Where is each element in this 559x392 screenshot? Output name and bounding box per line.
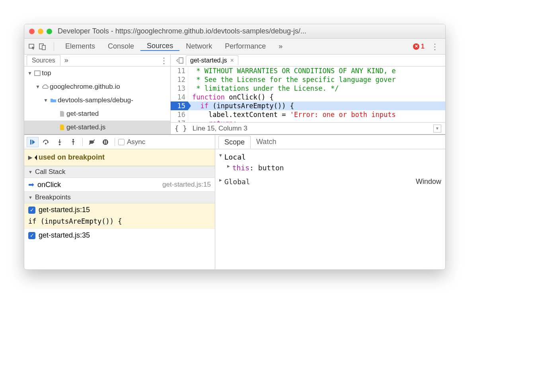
tree-folder[interactable]: ▼ devtools-samples/debug-: [24, 94, 170, 107]
scope-local[interactable]: ▼ Local: [219, 152, 441, 162]
navigator-tabs: Sources » ⋮: [24, 55, 170, 66]
code-line: label.textContent = 'Error: one or both …: [188, 110, 445, 119]
devtools-window: Developer Tools - https://googlechrome.g…: [24, 24, 446, 270]
line-num: 16: [171, 110, 188, 119]
minimize-window-icon[interactable]: [38, 29, 43, 34]
error-icon: ✕: [413, 43, 419, 50]
navigator-panel: Sources » ⋮ ▼ top ▼ googlechrome.github.…: [24, 55, 171, 134]
tab-elements[interactable]: Elements: [59, 42, 101, 51]
file-tab-active[interactable]: get-started.js ×: [186, 55, 238, 65]
async-label: Async: [127, 138, 145, 146]
paused-banner[interactable]: ▶ used on breakpoint: [24, 149, 215, 166]
dropdown-icon[interactable]: ▼: [433, 125, 441, 133]
cursor-position: Line 15, Column 3: [193, 125, 247, 133]
breakpoint-item[interactable]: ✓ get-started.js:15: [24, 203, 215, 216]
debugger-toolbar: Async: [24, 135, 215, 149]
collapse-icon: ▼: [219, 153, 222, 161]
inspect-icon[interactable]: [28, 43, 36, 51]
svg-rect-4: [179, 58, 183, 63]
body: Sources » ⋮ ▼ top ▼ googlechrome.github.…: [24, 55, 445, 134]
tabs-overflow[interactable]: »: [272, 42, 289, 51]
folder-icon: [49, 98, 58, 103]
breakpoint-checkbox[interactable]: ✓: [28, 207, 35, 214]
callstack-frame[interactable]: ➡ onClick get-started.js:15: [24, 178, 215, 191]
callstack-header[interactable]: ▼ Call Stack: [24, 166, 215, 178]
code-line: * See the License for the specific langu…: [188, 75, 445, 84]
deactivate-breakpoints-button[interactable]: [86, 137, 98, 147]
svg-point-6: [45, 143, 47, 144]
scope-this-val: : button: [249, 164, 284, 172]
tab-watch[interactable]: Watch: [251, 136, 282, 148]
code-line: * limitations under the License. */: [188, 84, 445, 93]
maximize-window-icon[interactable]: [47, 29, 52, 34]
tree-top-label: top: [42, 69, 51, 77]
breakpoint-label: get-started.js:15: [39, 206, 90, 214]
callstack-title: Call Stack: [35, 168, 66, 176]
close-tab-icon[interactable]: ×: [230, 57, 234, 64]
tab-performance[interactable]: Performance: [218, 42, 272, 51]
svg-point-10: [103, 139, 108, 145]
expand-icon: ▶: [219, 177, 222, 186]
menu-icon[interactable]: ⋮: [429, 42, 441, 51]
step-out-button[interactable]: [67, 137, 79, 147]
breakpoints-header[interactable]: ▼ Breakpoints: [24, 191, 215, 203]
code-line: function onClick() {: [188, 93, 445, 101]
checkbox-icon[interactable]: [118, 139, 125, 145]
file-tab-label: get-started.js: [190, 57, 227, 64]
line-num-breakpoint[interactable]: 15: [171, 101, 188, 110]
code-line-current: if (inputsAreEmpty()) {: [188, 101, 445, 110]
line-num: 13: [171, 84, 188, 93]
tree-file-js[interactable]: get-started.js: [24, 121, 170, 134]
scope-global-label: Global: [224, 177, 250, 186]
file-icon: [58, 111, 66, 117]
debugger-left: Async ▶ used on breakpoint ▼ Call Stack …: [24, 135, 215, 269]
line-num: 12: [171, 75, 188, 84]
breakpoint-label: get-started.js:35: [39, 231, 90, 240]
device-toggle-icon[interactable]: [39, 43, 47, 51]
debugger-pane: Async ▶ used on breakpoint ▼ Call Stack …: [24, 134, 445, 269]
traffic-lights: [29, 29, 52, 34]
breakpoint-code: if (inputsAreEmpty()) {: [24, 216, 215, 229]
scope-global[interactable]: ▶ Global Window: [219, 176, 441, 187]
tree-domain[interactable]: ▼ googlechrome.github.io: [24, 80, 170, 94]
editor-panel: get-started.js × 11 12 13 14 15 16 17 * …: [171, 55, 445, 134]
file-tree: ▼ top ▼ googlechrome.github.io ▼ devtool…: [24, 66, 170, 134]
error-badge[interactable]: ✕ 1: [413, 43, 425, 50]
scope-this[interactable]: ▶ this: button: [219, 162, 441, 173]
collapse-icon: ▼: [28, 195, 33, 200]
tree-file-html[interactable]: get-started: [24, 107, 170, 121]
tree-top[interactable]: ▼ top: [24, 66, 170, 80]
tree-domain-label: googlechrome.github.io: [50, 83, 120, 91]
line-num: 14: [171, 93, 188, 101]
gutter[interactable]: 11 12 13 14 15 16 17: [171, 66, 188, 122]
close-window-icon[interactable]: [29, 29, 35, 34]
tab-console[interactable]: Console: [101, 42, 140, 51]
navigator-tab-sources[interactable]: Sources: [27, 55, 60, 66]
breakpoint-item[interactable]: ✓ get-started.js:35: [24, 229, 215, 242]
code-editor[interactable]: 11 12 13 14 15 16 17 * WITHOUT WARRANTIE…: [171, 66, 445, 122]
nav-back-icon[interactable]: [173, 57, 186, 64]
titlebar: Developer Tools - https://googlechrome.g…: [24, 24, 445, 39]
resume-button[interactable]: [27, 137, 39, 147]
debugger-right: Scope Watch ▼ Local ▶ this: button ▶ Glo…: [215, 135, 445, 269]
svg-rect-12: [106, 140, 107, 144]
breakpoints-title: Breakpoints: [35, 193, 71, 201]
code-line: return;: [188, 119, 445, 122]
current-frame-icon: ➡: [28, 180, 34, 189]
tab-scope[interactable]: Scope: [218, 136, 251, 148]
pretty-print-icon[interactable]: { }: [175, 125, 187, 133]
tree-file-html-label: get-started: [66, 110, 99, 118]
navigator-tabs-overflow[interactable]: »: [60, 56, 72, 64]
navigator-menu-icon[interactable]: ⋮: [158, 56, 170, 65]
frame-icon: [33, 70, 42, 76]
svg-rect-11: [104, 140, 105, 144]
breakpoint-checkbox[interactable]: ✓: [28, 232, 35, 239]
step-over-button[interactable]: [40, 137, 52, 147]
async-checkbox[interactable]: Async: [118, 138, 145, 146]
tree-folder-label: devtools-samples/debug-: [58, 96, 133, 104]
code-area[interactable]: * WITHOUT WARRANTIES OR CONDITIONS OF AN…: [188, 66, 445, 122]
step-into-button[interactable]: [54, 137, 66, 147]
tab-sources[interactable]: Sources: [140, 42, 179, 51]
tab-network[interactable]: Network: [179, 42, 218, 51]
pause-on-exceptions-button[interactable]: [99, 137, 111, 147]
